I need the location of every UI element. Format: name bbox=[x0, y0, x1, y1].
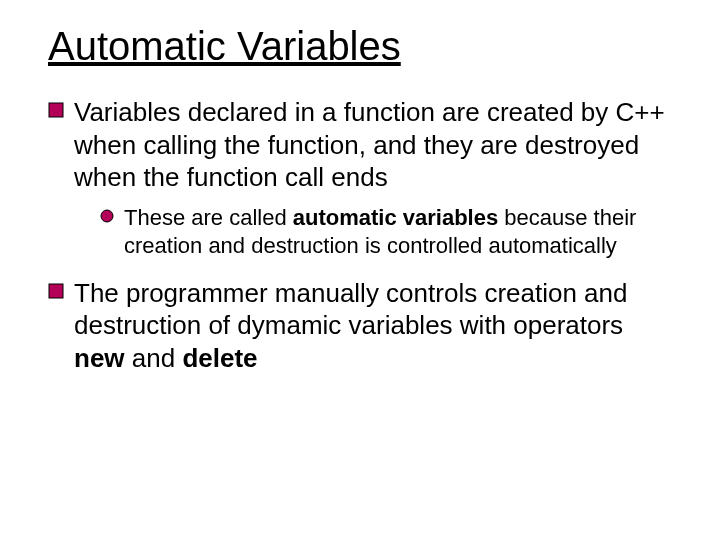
svg-rect-0 bbox=[49, 103, 63, 117]
square-bullet-icon bbox=[48, 283, 74, 299]
text-bold: automatic variables bbox=[293, 205, 498, 230]
svg-rect-2 bbox=[49, 284, 63, 298]
bullet-level1: The programmer manually controls creatio… bbox=[48, 277, 680, 375]
text-bold: new bbox=[74, 343, 125, 373]
bullet-text: The programmer manually controls creatio… bbox=[74, 277, 680, 375]
bullet-level2: These are called automatic variables bec… bbox=[100, 204, 680, 261]
bullet-level1: Variables declared in a function are cre… bbox=[48, 96, 680, 194]
text-bold: delete bbox=[182, 343, 257, 373]
text-run: The programmer manually controls creatio… bbox=[74, 278, 627, 341]
bullet-text: Variables declared in a function are cre… bbox=[74, 96, 680, 194]
slide: Automatic Variables Variables declared i… bbox=[0, 0, 720, 540]
bullet-text: These are called automatic variables bec… bbox=[124, 204, 680, 261]
slide-title: Automatic Variables bbox=[48, 24, 680, 68]
text-run: and bbox=[125, 343, 183, 373]
circle-bullet-icon bbox=[100, 209, 124, 223]
svg-point-1 bbox=[101, 210, 113, 222]
text-run: These are called bbox=[124, 205, 293, 230]
square-bullet-icon bbox=[48, 102, 74, 118]
